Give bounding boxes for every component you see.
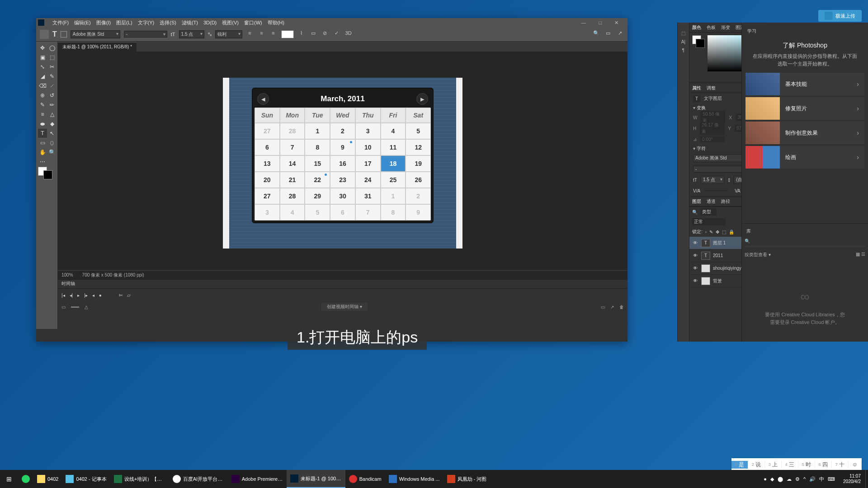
fg-bg-swatch[interactable] (692, 35, 705, 48)
calendar-day-cell[interactable]: 6 (255, 139, 280, 155)
next-frame-icon[interactable]: |▸ (84, 293, 88, 298)
taskbar-app-button[interactable]: Windows Media ... (385, 470, 443, 488)
play-icon[interactable]: ▸ (77, 293, 80, 298)
tray-keyboard-icon[interactable]: ⌨ (828, 476, 835, 482)
tool-button[interactable]: ◯ (47, 43, 57, 52)
font-size-select[interactable]: 1.5 点 (179, 30, 204, 38)
tool-button[interactable]: ⟋ (47, 81, 57, 90)
menu-item[interactable]: 选择(S) (157, 20, 179, 25)
tool-button[interactable]: ⬯ (47, 138, 57, 147)
calendar-day-cell[interactable]: 2 (406, 188, 431, 204)
lock-icon[interactable]: ✎ (709, 230, 713, 235)
menu-item[interactable]: 滤镜(T) (179, 20, 201, 25)
taskbar-app-button[interactable]: Bandicam (345, 470, 385, 488)
filter-type-select[interactable]: 类型 (700, 208, 717, 216)
strip-icon[interactable]: ⬚ (678, 31, 689, 36)
tool-button[interactable]: ✎ (47, 72, 57, 81)
calendar-day-cell[interactable]: 14 (280, 155, 305, 172)
show-desktop-button[interactable] (865, 470, 868, 488)
tool-button[interactable]: ✂ (47, 62, 57, 71)
calendar-day-cell[interactable]: 21 (280, 172, 305, 188)
menu-item[interactable]: 文件(F) (50, 20, 71, 25)
calendar-day-cell[interactable]: 3 (355, 123, 381, 139)
tool-button[interactable]: ✋ (38, 148, 47, 157)
tray-volume-icon[interactable]: 🔊 (809, 476, 816, 482)
tool-button[interactable]: ✎ (38, 100, 47, 109)
tray-icon[interactable]: ⚙ (795, 476, 800, 482)
calendar-day-cell[interactable]: 5 (406, 123, 431, 139)
calendar-day-cell[interactable]: 10 (355, 139, 381, 155)
prev-month-button[interactable]: ◂ (257, 93, 269, 105)
tool-button[interactable]: ⊕ (38, 91, 47, 100)
taskbar-app-button[interactable]: 百度AI开放平台-全... (169, 470, 228, 488)
calendar-day-cell[interactable]: 16 (330, 155, 355, 172)
start-button[interactable]: ⊞ (0, 475, 18, 483)
tool-button[interactable]: ▭ (38, 138, 47, 147)
visibility-icon[interactable]: 👁 (692, 240, 698, 245)
calendar-day-cell[interactable]: 15 (305, 155, 330, 172)
share-icon[interactable]: ↗ (616, 30, 624, 38)
ime-candidate[interactable]: 4三 (782, 461, 798, 469)
tool-button[interactable]: ◢ (38, 72, 47, 81)
calendar-day-cell[interactable]: 8 (305, 139, 330, 155)
split-icon[interactable]: ✄ (119, 293, 123, 298)
tool-button[interactable]: ⤡ (38, 62, 47, 71)
learn-tutorial-item[interactable]: 制作创意效果 (745, 122, 864, 144)
calendar-day-cell[interactable]: 3 (255, 204, 280, 221)
calendar-day-cell[interactable]: 28 (280, 188, 305, 204)
calendar-day-cell[interactable]: 13 (255, 155, 280, 172)
document-tab[interactable]: 未标题-1 @ 100% (2011, RGB/8) * (58, 42, 137, 52)
lock-icon[interactable]: ⬚ (722, 230, 726, 235)
calendar-day-cell[interactable]: 1 (381, 188, 406, 204)
tool-button[interactable]: ✏ (47, 100, 57, 109)
calendar-day-cell[interactable]: 7 (280, 139, 305, 155)
calendar-day-cell[interactable]: 4 (280, 204, 305, 221)
learn-tutorial-item[interactable]: 绘画 (745, 146, 864, 169)
blend-mode-select[interactable]: 正常 (692, 218, 726, 225)
tool-button[interactable]: ↖ (47, 129, 57, 138)
minimize-icon[interactable]: — (578, 20, 589, 26)
library-filter-select[interactable]: 按类型查看 ▾▦ ☰ (745, 250, 865, 260)
calendar-day-cell[interactable]: 29 (305, 188, 330, 204)
taskbar-app-button[interactable]: 0402 - 记事本 (62, 470, 110, 488)
learn-tutorial-item[interactable]: 修复照片 (745, 97, 864, 120)
home-icon[interactable] (40, 30, 49, 39)
visibility-icon[interactable]: 👁 (692, 253, 698, 258)
tray-ime-icon[interactable]: 中 (819, 476, 824, 483)
ime-emoji-button[interactable]: ☺ (849, 461, 862, 468)
fg-bg-color-swatch[interactable] (38, 167, 54, 179)
calendar-day-cell[interactable]: 11 (381, 139, 406, 155)
layer-thumbnail[interactable] (701, 264, 710, 272)
tool-button[interactable]: 🔍 (47, 148, 57, 157)
calendar-day-cell[interactable]: 6 (330, 204, 355, 221)
calendar-day-cell[interactable]: 30 (330, 188, 355, 204)
tool-button[interactable]: T (38, 129, 47, 138)
cancel-icon[interactable]: ⊘ (321, 30, 329, 38)
calendar-day-cell[interactable]: 5 (305, 204, 330, 221)
calendar-day-cell[interactable]: 27 (255, 123, 280, 139)
ime-candidate[interactable]: 6四 (815, 461, 832, 469)
tool-button[interactable]: ⋯ (38, 157, 47, 166)
calendar-day-cell[interactable]: 31 (355, 188, 381, 204)
tray-icon[interactable]: ⬤ (778, 476, 783, 482)
baidu-upload-widget[interactable]: 极速上传 (818, 10, 862, 22)
menu-item[interactable]: 文字(Y) (135, 20, 157, 25)
panel-tab[interactable]: 渐变 (721, 24, 730, 31)
font-family-select[interactable]: Adobe 黑体 Std (71, 30, 120, 38)
menu-item[interactable]: 3D(D) (201, 20, 219, 25)
ime-candidate[interactable]: 7十 (832, 461, 849, 469)
calendar-day-cell[interactable]: 18 (381, 155, 406, 172)
height-field[interactable]: 26.17 像素 (700, 122, 724, 135)
panel-tab[interactable]: 通道 (707, 198, 716, 205)
calendar-day-cell[interactable]: 17 (355, 155, 381, 172)
menu-item[interactable]: 编辑(E) (71, 20, 94, 25)
tool-button[interactable]: ≡ (38, 110, 47, 119)
calendar-day-cell[interactable]: 28 (280, 123, 305, 139)
orientation-icon[interactable] (61, 31, 67, 38)
timeline-render-icon[interactable]: ↗ (610, 305, 614, 310)
visibility-icon[interactable]: 👁 (692, 278, 698, 283)
create-timeline-button[interactable]: 创建视频时间轴 ▾ (321, 303, 368, 311)
maximize-icon[interactable]: □ (596, 20, 604, 26)
layer-thumbnail[interactable]: T (701, 239, 710, 247)
taskbar-app-button[interactable]: 设线+培训）【兼容... (110, 470, 169, 488)
